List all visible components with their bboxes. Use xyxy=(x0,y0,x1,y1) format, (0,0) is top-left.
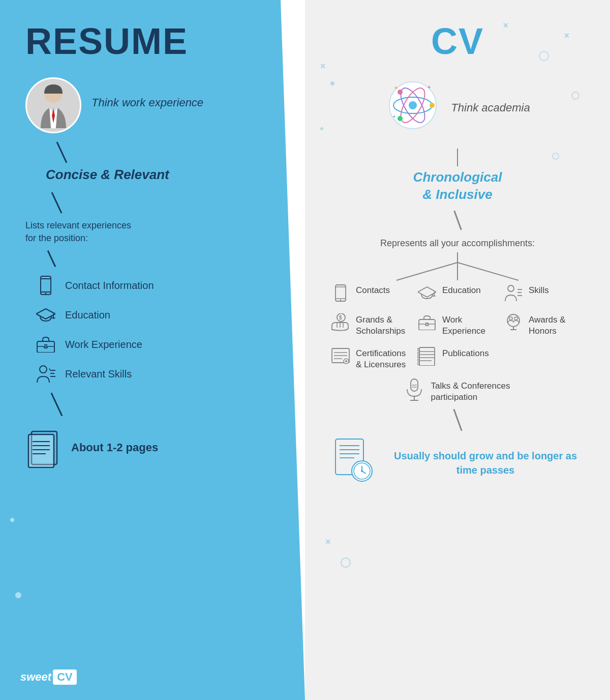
connector-line xyxy=(56,141,68,163)
cv-items-grid: Contacts Education xyxy=(330,283,585,370)
cv-award-icon xyxy=(503,312,524,333)
svg-point-79 xyxy=(417,348,419,351)
svg-rect-74 xyxy=(419,347,435,366)
cv-skills-icon xyxy=(503,283,524,303)
avatar xyxy=(25,77,81,133)
pages-label: About 1-2 pages xyxy=(71,441,158,454)
deco-dot xyxy=(10,518,14,522)
education-label: Education xyxy=(65,309,110,321)
cv-contacts-item: Contacts xyxy=(330,283,412,303)
svg-line-40 xyxy=(458,262,518,280)
svg-point-64 xyxy=(509,317,512,320)
cv-skills-item: Skills xyxy=(503,283,585,303)
cv-connector-1 xyxy=(457,149,458,166)
cv-cert-label: Certifications& Licensures xyxy=(356,346,406,370)
connector-line-4 xyxy=(51,393,63,417)
phone-icon xyxy=(36,275,56,296)
cv-money-icon: $ xyxy=(330,312,351,333)
cv-education-item: Education xyxy=(417,283,498,303)
cv-title: CV xyxy=(431,20,484,62)
pages-icon xyxy=(25,427,61,468)
svg-point-33 xyxy=(398,116,403,121)
cv-grants-label: Grands &Scholarships xyxy=(356,312,405,337)
briefcase-icon xyxy=(36,334,56,355)
svg-text:✦: ✦ xyxy=(427,84,431,90)
grow-text: Usually should grow and be longer as tim… xyxy=(386,449,585,477)
deco-circle-2 xyxy=(571,92,580,100)
work-exp-label: Work Experience xyxy=(65,339,142,351)
cv-publications-label: Publications xyxy=(442,346,489,359)
svg-point-44 xyxy=(340,300,341,301)
cv-grow-section: Usually should grow and be longer as tim… xyxy=(330,436,585,484)
contact-label: Contact Information xyxy=(65,280,154,291)
connector-line-2 xyxy=(51,192,63,213)
svg-point-81 xyxy=(417,356,419,358)
think-academia-text: Think academia xyxy=(451,100,530,116)
svg-line-38 xyxy=(396,262,458,280)
svg-marker-5 xyxy=(36,309,55,319)
svg-line-19 xyxy=(49,369,50,370)
deco-circle-bottom xyxy=(341,558,351,568)
cv-grow-icon xyxy=(330,436,376,484)
cv-panel: × × × × CV xyxy=(305,0,610,700)
skills-icon xyxy=(36,364,56,384)
connector-line-3 xyxy=(47,250,56,267)
sweetcv-brand: sweet CV xyxy=(20,669,77,685)
svg-rect-21 xyxy=(28,434,54,468)
skills-item: Relevant Skills xyxy=(36,364,154,384)
cv-publications-item: Publications xyxy=(417,346,498,370)
cv-mic-icon xyxy=(405,378,423,403)
brand-cv-text: CV xyxy=(53,669,77,685)
concise-text: Concise & Relevant xyxy=(46,166,169,184)
cv-talks-row: Talks & Conferencesparticipation xyxy=(405,378,510,403)
cv-empty-cell xyxy=(503,346,585,370)
deco-cross-bottom: × xyxy=(325,537,331,547)
cv-connector-bottom xyxy=(453,409,462,431)
cv-connector-2 xyxy=(453,210,462,230)
deco-circle xyxy=(539,51,549,61)
cv-briefcase-icon xyxy=(417,312,437,333)
svg-point-30 xyxy=(409,101,417,109)
cv-graduation-icon xyxy=(417,283,437,303)
think-work-text: Think work experience xyxy=(92,95,203,111)
svg-marker-45 xyxy=(418,287,436,297)
svg-point-65 xyxy=(514,317,517,320)
lists-desc: Lists relevant experiencesfor the positi… xyxy=(25,219,131,245)
svg-point-48 xyxy=(508,285,514,291)
cv-cert-icon xyxy=(330,346,351,366)
main-container: RESUME xyxy=(0,0,610,700)
svg-text:✦: ✦ xyxy=(393,84,399,92)
atom-icon: ✦ ✦ ✦ xyxy=(385,77,441,133)
deco-cross-3: × xyxy=(320,61,326,72)
svg-text:$: $ xyxy=(339,315,342,320)
brand-sweet-text: sweet xyxy=(20,670,51,684)
person-svg xyxy=(33,82,74,128)
education-item: Education xyxy=(36,305,154,325)
deco-dot-right xyxy=(330,81,334,85)
svg-point-80 xyxy=(417,352,419,354)
cv-intro: ✦ ✦ ✦ Think academia xyxy=(385,77,530,143)
svg-point-82 xyxy=(417,359,419,361)
skills-label: Relevant Skills xyxy=(65,368,132,380)
accomplishments-text: Represents all your accomplishments: xyxy=(380,237,535,250)
graduation-icon xyxy=(36,305,56,325)
deco-dot xyxy=(15,592,21,598)
cv-contacts-label: Contacts xyxy=(356,283,390,296)
deco-dot-right-2 xyxy=(320,127,323,130)
svg-point-4 xyxy=(45,293,47,295)
cv-skills-label: Skills xyxy=(529,283,549,296)
svg-point-31 xyxy=(430,103,435,108)
svg-point-83 xyxy=(417,363,419,365)
cv-cert-item: Certifications& Licensures xyxy=(330,346,412,370)
svg-point-73 xyxy=(345,360,347,362)
cv-phone-icon xyxy=(330,283,351,303)
contact-item: Contact Information xyxy=(36,275,154,296)
cv-awards-label: Awards &Honors xyxy=(529,312,565,337)
deco-cross: × xyxy=(564,31,569,41)
deco-circle-3 xyxy=(552,153,559,160)
cv-talks-label: Talks & Conferencesparticipation xyxy=(431,378,510,403)
cv-work-item: WorkExperience xyxy=(417,312,498,337)
cv-education-label: Education xyxy=(442,283,481,296)
svg-point-14 xyxy=(40,366,47,373)
svg-rect-8 xyxy=(37,341,54,353)
